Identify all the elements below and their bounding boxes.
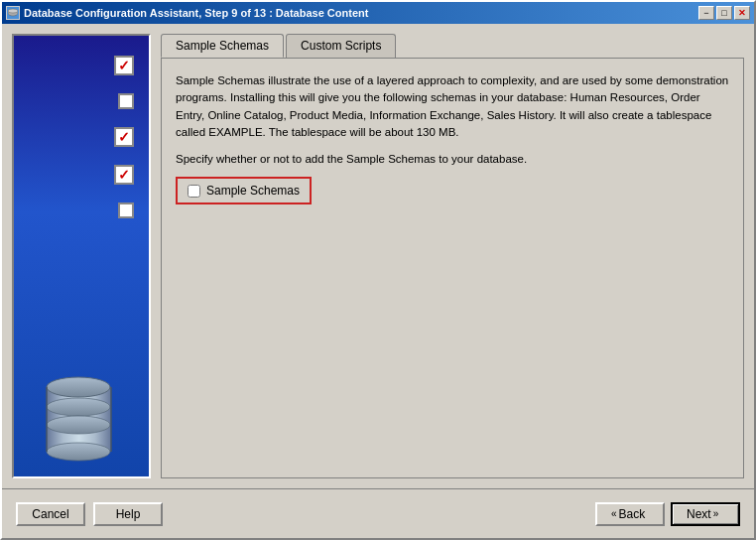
- step-icon-2: [118, 93, 134, 109]
- step-icon-1: [114, 56, 134, 75]
- svg-point-4: [47, 398, 110, 416]
- sample-schemas-checkbox[interactable]: [188, 185, 200, 198]
- next-label: Next: [687, 507, 711, 521]
- step-checkbox-4: [114, 165, 134, 185]
- right-panel: Sample Schemas Custom Scripts Sample Sch…: [161, 34, 744, 478]
- step-icon-3: [114, 127, 134, 147]
- sample-schemas-checkbox-row: Sample Schemas: [176, 177, 312, 204]
- step-icon-4: [114, 165, 134, 185]
- window-title: Database Configuration Assistant, Step 9…: [24, 7, 698, 19]
- tab-content: Sample Schemas illustrate the use of a l…: [161, 58, 744, 478]
- close-button[interactable]: ✕: [734, 6, 750, 20]
- bottom-left-buttons: Cancel Help: [16, 502, 163, 526]
- back-label: Back: [619, 507, 646, 521]
- next-button[interactable]: Next »: [671, 502, 740, 526]
- step-checkbox-1: [114, 56, 134, 75]
- main-window: Database Configuration Assistant, Step 9…: [0, 0, 756, 540]
- step-icon-5: [118, 202, 134, 218]
- content-area: Sample Schemas Custom Scripts Sample Sch…: [2, 24, 754, 488]
- step-icons: [24, 46, 139, 218]
- svg-point-3: [47, 377, 110, 397]
- tab-sample-schemas[interactable]: Sample Schemas: [161, 34, 284, 58]
- svg-point-6: [47, 443, 110, 461]
- back-arrow-icon: «: [611, 508, 617, 519]
- help-button[interactable]: Help: [93, 502, 163, 526]
- specify-text: Specify whether or not to add the Sample…: [176, 153, 729, 165]
- next-arrow-icon: »: [713, 508, 719, 519]
- step-checkbox-2: [118, 93, 134, 109]
- cancel-button[interactable]: Cancel: [16, 502, 85, 526]
- svg-point-5: [47, 416, 110, 434]
- title-bar: Database Configuration Assistant, Step 9…: [2, 2, 754, 24]
- bottom-bar: Cancel Help « Back Next »: [2, 488, 754, 538]
- left-panel: [12, 34, 151, 478]
- tab-custom-scripts[interactable]: Custom Scripts: [286, 34, 396, 58]
- minimize-button[interactable]: −: [698, 6, 714, 20]
- sample-schemas-label: Sample Schemas: [206, 184, 300, 198]
- window-icon: [6, 6, 20, 20]
- maximize-button[interactable]: □: [716, 6, 732, 20]
- database-image: [42, 367, 121, 457]
- back-button[interactable]: « Back: [595, 502, 665, 526]
- bottom-right-buttons: « Back Next »: [595, 502, 740, 526]
- tab-bar: Sample Schemas Custom Scripts: [161, 34, 744, 58]
- title-bar-buttons: − □ ✕: [698, 6, 750, 20]
- step-checkbox-5: [118, 202, 134, 218]
- svg-point-1: [8, 9, 18, 13]
- description-text: Sample Schemas illustrate the use of a l…: [176, 72, 729, 141]
- step-checkbox-3: [114, 127, 134, 147]
